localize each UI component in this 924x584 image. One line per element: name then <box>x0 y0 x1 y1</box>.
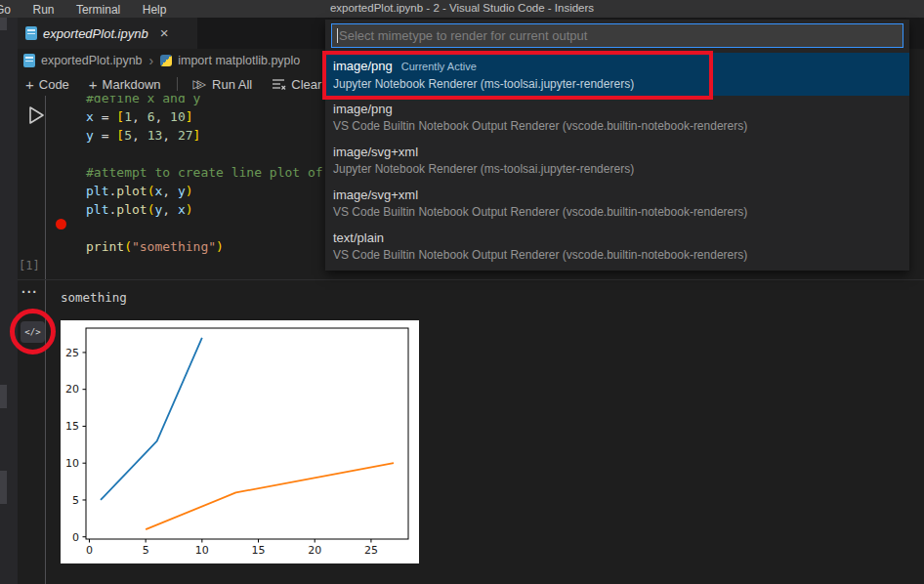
code-token: x <box>86 109 94 124</box>
change-presentation-button[interactable]: </> <box>21 321 45 343</box>
x-tick-label: 5 <box>143 544 149 557</box>
code-token: ] <box>193 128 201 143</box>
x-tick-label: 25 <box>364 544 378 557</box>
title-bar: Go Run Terminal Help exportedPlot.ipynb … <box>0 0 924 18</box>
option-renderer-detail: VS Code Builtin Notebook Output Renderer… <box>333 118 909 135</box>
plus-icon: + <box>25 76 34 93</box>
code-token: 27 <box>178 128 193 143</box>
x-tick-label: 10 <box>195 544 209 557</box>
add-markdown-button[interactable]: + Markdown <box>81 73 169 95</box>
code-token: #attempt to create line plot of <box>86 165 323 180</box>
code-token: plot <box>116 184 147 198</box>
rail-decoration <box>0 385 7 408</box>
add-markdown-label: Markdown <box>103 77 161 92</box>
code-token: = <box>94 128 116 143</box>
cell-focus-border <box>45 96 46 584</box>
add-code-button[interactable]: + Code <box>18 73 77 95</box>
code-token: y <box>178 184 186 198</box>
code-token: plt <box>86 202 108 217</box>
y-tick-label: 5 <box>72 494 79 507</box>
code-token: 1 <box>124 109 132 124</box>
code-token: ] <box>186 109 193 124</box>
x-tick-label: 15 <box>252 544 266 557</box>
code-token: plot <box>116 202 147 217</box>
code-token: 13 <box>147 128 163 143</box>
tab-exportedplot[interactable]: exportedPlot.ipynb × <box>18 18 197 49</box>
code-token: , <box>162 128 178 143</box>
mimetype-option[interactable]: image/pngVS Code Builtin Notebook Output… <box>325 96 909 139</box>
code-token: ) <box>186 202 193 217</box>
mimetype-option[interactable]: image/svg+xmlVS Code Builtin Notebook Ou… <box>325 182 909 225</box>
code-token: ) <box>216 239 224 254</box>
mimetype-option[interactable]: text/plainVS Code Builtin Notebook Outpu… <box>325 225 909 268</box>
mimetype-search-input[interactable]: Select mimetype to render for current ou… <box>331 23 903 48</box>
clear-all-icon <box>272 77 286 91</box>
code-token: , <box>132 128 147 143</box>
series-line <box>101 338 202 500</box>
currently-active-badge: Currently Active <box>401 61 477 72</box>
code-token: , <box>162 184 178 198</box>
mimetype-quick-input: Select mimetype to render for current ou… <box>325 20 909 271</box>
code-token: x <box>178 202 186 217</box>
code-token: 10 <box>170 109 186 124</box>
mimetype-option[interactable]: image/pngCurrently ActiveJupyter Noteboo… <box>325 53 909 96</box>
breadcrumb-symbol[interactable]: import matplotlib.pyplo <box>178 54 300 67</box>
y-tick-label: 10 <box>65 457 79 470</box>
option-mimetype: image/svg+xml <box>333 145 418 159</box>
code-token: "something" <box>132 239 216 254</box>
option-renderer-detail: Jupyter Notebook Renderer (ms-toolsai.ju… <box>333 161 909 178</box>
code-tag-icon: </> <box>24 327 40 337</box>
play-icon <box>26 104 46 126</box>
window-title: exportedPlot.ipynb - 2 - Visual Studio C… <box>0 0 924 17</box>
option-renderer-detail: VS Code Builtin Notebook Output Renderer… <box>333 204 909 221</box>
input-placeholder: Select mimetype to render for current ou… <box>339 28 587 43</box>
stdout-text: something <box>61 290 127 305</box>
text-caret <box>337 28 338 43</box>
add-code-label: Code <box>39 77 69 92</box>
python-icon <box>160 55 172 66</box>
cell-divider <box>18 279 924 280</box>
series-line <box>146 463 394 529</box>
left-rail <box>0 18 18 584</box>
run-all-label: Run All <box>212 77 252 92</box>
code-token: , <box>132 109 147 124</box>
option-mimetype: image/svg+xml <box>333 188 418 202</box>
line-chart: 05101520250510152025 <box>61 320 419 563</box>
y-tick-label: 15 <box>65 420 79 433</box>
x-tick-label: 20 <box>308 544 321 557</box>
code-token: [ <box>116 128 124 143</box>
code-token: 5 <box>124 128 132 143</box>
mimetype-option-list: image/pngCurrently ActiveJupyter Noteboo… <box>325 53 909 268</box>
option-renderer-detail: Jupyter Notebook Renderer (ms-toolsai.ju… <box>333 76 909 93</box>
rail-decoration <box>0 471 7 504</box>
toolbar-divider <box>177 77 178 91</box>
rail-decoration <box>0 18 7 30</box>
option-mimetype: image/png <box>333 102 393 116</box>
x-tick-label: 0 <box>86 544 93 557</box>
tab-label: exportedPlot.ipynb <box>43 26 148 41</box>
axes-frame <box>86 328 408 539</box>
code-token: ( <box>124 239 132 254</box>
code-token: , <box>154 109 170 124</box>
y-tick-label: 20 <box>65 383 79 396</box>
option-renderer-detail: VS Code Builtin Notebook Output Renderer… <box>333 247 909 264</box>
output-more-actions[interactable]: ··· <box>21 284 38 300</box>
close-icon[interactable]: × <box>160 26 169 40</box>
plus-icon: + <box>89 76 98 93</box>
run-all-button[interactable]: ▷▷ Run All <box>186 73 261 95</box>
run-cell-button[interactable] <box>26 104 46 126</box>
chevron-right-icon: › <box>149 53 154 68</box>
run-all-icon: ▷▷ <box>193 77 207 91</box>
code-token: = <box>94 109 116 124</box>
code-token: ) <box>186 184 193 198</box>
code-token: , <box>162 202 178 217</box>
option-mimetype: text/plain <box>333 230 384 245</box>
y-tick-label: 0 <box>72 531 79 544</box>
notebook-icon <box>25 26 37 40</box>
breadcrumb-file[interactable]: exportedPlot.ipynb <box>41 54 143 67</box>
plot-output: 05101520250510152025 <box>61 320 419 563</box>
code-token: print <box>86 239 124 254</box>
breakpoint-icon[interactable] <box>56 219 66 229</box>
option-mimetype: image/png <box>333 59 393 73</box>
mimetype-option[interactable]: image/svg+xmlJupyter Notebook Renderer (… <box>325 139 909 182</box>
